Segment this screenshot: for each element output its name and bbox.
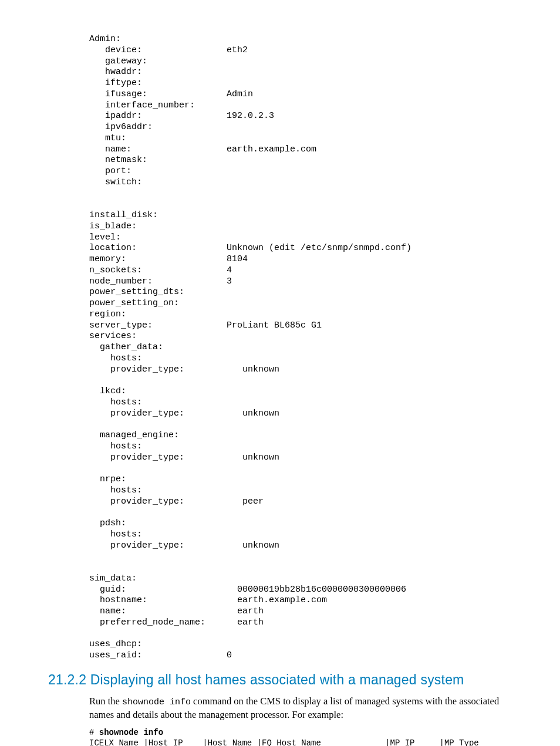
example-command-block: # shownode info ICELX Name |Host IP |Hos… [89,727,525,746]
config-output-block: Admin: device: eth2 gateway: hwaddr: ift… [89,34,525,661]
example-output-header: ICELX Name |Host IP |Host Name |FQ Host … [89,738,479,746]
section-heading-21-2-2: 21.2.2 Displaying all host hames associa… [48,672,525,688]
inline-command: shownode info [122,697,191,707]
example-command: shownode info [99,728,163,737]
section-paragraph: Run the shownode info command on the CMS… [89,695,525,722]
prompt-prefix: # [89,728,99,737]
para-text-pre: Run the [89,696,122,707]
